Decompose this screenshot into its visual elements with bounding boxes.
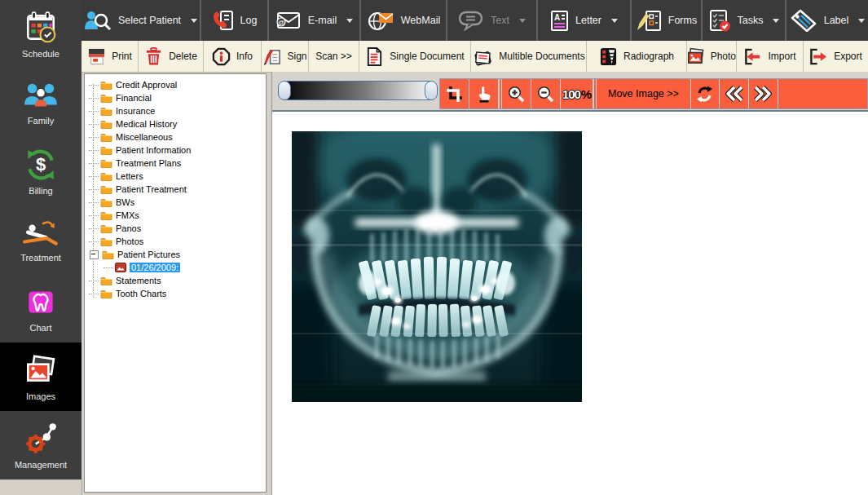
tree-item-folder[interactable]: Credit Approval bbox=[85, 78, 266, 91]
scan-button[interactable]: Scan >> bbox=[309, 41, 359, 72]
tree-item-label: Patient Treatment bbox=[116, 184, 187, 194]
folder-icon bbox=[100, 119, 112, 129]
xray-image[interactable] bbox=[292, 131, 582, 402]
zoom-out-button[interactable] bbox=[531, 79, 561, 108]
folder-icon bbox=[100, 184, 112, 194]
multiple-documents-button[interactable]: Multible Documents bbox=[471, 41, 587, 72]
refresh-rotate-button[interactable] bbox=[690, 79, 720, 108]
sidebar: Schedule Family $ Billing Treatment bbox=[0, 0, 82, 481]
image-canvas[interactable] bbox=[272, 110, 868, 495]
tree-item-folder[interactable]: Patient Information bbox=[85, 144, 266, 157]
folder-icon bbox=[100, 223, 112, 233]
button-label: Multible Documents bbox=[499, 51, 584, 62]
globe-mail-icon bbox=[367, 11, 394, 31]
expander-minus-icon[interactable] bbox=[90, 250, 99, 259]
single-document-icon bbox=[365, 47, 384, 66]
forms-button[interactable]: Forms bbox=[632, 0, 703, 41]
sidebar-item-images[interactable]: Images bbox=[0, 343, 82, 411]
folder-icon bbox=[100, 276, 112, 285]
photo-icon bbox=[687, 47, 705, 65]
tree-item-label: Treatment Plans bbox=[116, 158, 181, 168]
button-label: Tasks bbox=[738, 15, 764, 26]
sidebar-item-family[interactable]: Family bbox=[0, 69, 82, 137]
tasks-button[interactable]: Tasks bbox=[703, 0, 786, 41]
zoom-in-button[interactable] bbox=[502, 79, 531, 108]
sidebar-item-label: Images bbox=[26, 391, 55, 401]
folder-icon bbox=[102, 250, 114, 259]
tree-item-folder[interactable]: BWs bbox=[85, 196, 266, 209]
move-image-button[interactable]: Move Image >> bbox=[597, 88, 690, 99]
label-button[interactable]: Label bbox=[786, 0, 868, 41]
delete-button[interactable]: Delete bbox=[139, 41, 204, 72]
tree-connector bbox=[89, 202, 99, 203]
phone-log-icon bbox=[212, 10, 234, 31]
letter-button[interactable]: A Letter bbox=[538, 0, 632, 41]
tree-item-label: Insurance bbox=[116, 106, 155, 116]
sidebar-item-treatment[interactable]: Treatment bbox=[0, 206, 82, 274]
gear-network-icon bbox=[23, 421, 59, 457]
tree-item-label: Tooth Charts bbox=[116, 289, 166, 298]
tree-item-label: Patient Information bbox=[116, 145, 191, 155]
patient-search-icon bbox=[84, 10, 112, 31]
single-document-button[interactable]: Single Document bbox=[359, 41, 471, 72]
tree-item-folder[interactable]: Tooth Charts bbox=[85, 287, 266, 300]
sidebar-item-management[interactable]: Management bbox=[0, 411, 82, 480]
tree-connector bbox=[89, 294, 99, 294]
tree-item-folder[interactable]: FMXs bbox=[85, 209, 266, 222]
slider-thumb-right[interactable] bbox=[425, 81, 438, 100]
hand-pan-button[interactable] bbox=[469, 79, 499, 108]
webmail-button[interactable]: WebMail bbox=[361, 0, 447, 41]
tree-item-folder[interactable]: Photos bbox=[85, 235, 266, 248]
brightness-slider[interactable] bbox=[278, 81, 438, 100]
tree-connector bbox=[89, 163, 99, 164]
select-patient-button[interactable]: Select Patient bbox=[82, 0, 201, 41]
folder-icon bbox=[100, 93, 112, 103]
zoom-level-button[interactable]: 100 % bbox=[561, 79, 593, 108]
folder-icon bbox=[100, 197, 112, 207]
button-label: Label bbox=[824, 15, 849, 26]
tree-item-folder[interactable]: Panos bbox=[85, 222, 266, 235]
viewer-chrome: 100 % Move Image >> bbox=[272, 72, 868, 110]
tree-item-folder[interactable]: Financial bbox=[85, 91, 266, 104]
tree-item-folder[interactable]: Patient Treatment bbox=[85, 183, 266, 196]
chevron-down-icon bbox=[773, 19, 779, 23]
redo-button[interactable] bbox=[749, 79, 778, 108]
tree-item-folder[interactable]: Letters bbox=[85, 170, 266, 183]
sidebar-item-label: Billing bbox=[29, 186, 52, 196]
sign-button[interactable]: Sign bbox=[262, 41, 309, 72]
slider-thumb-left[interactable] bbox=[278, 81, 291, 100]
tree-item-folder[interactable]: Insurance bbox=[85, 104, 266, 117]
info-button[interactable]: Info bbox=[204, 41, 262, 72]
radiograph-button[interactable]: Radiograph bbox=[587, 41, 687, 72]
email-button[interactable]: @ E-mail bbox=[269, 0, 361, 41]
crop-button[interactable] bbox=[440, 79, 469, 108]
log-button[interactable]: Log bbox=[201, 0, 269, 41]
zoom-unit: % bbox=[581, 87, 591, 101]
tree-item-folder[interactable]: Statements bbox=[85, 274, 266, 287]
tree-item-folder-expanded[interactable]: Patient Pictures bbox=[85, 248, 266, 261]
tree-item-label: Letters bbox=[116, 171, 143, 181]
tree-item-folder[interactable]: Treatment Plans bbox=[85, 157, 266, 170]
photo-button[interactable]: Photo bbox=[687, 41, 737, 72]
print-button[interactable]: Print bbox=[82, 41, 139, 72]
tree-item-folder[interactable]: Miscellaneous bbox=[85, 130, 266, 144]
implant-radiograph-icon bbox=[599, 47, 618, 66]
sidebar-item-chart[interactable]: Chart bbox=[0, 274, 82, 343]
button-label: Print bbox=[112, 51, 132, 62]
export-button[interactable]: Export bbox=[804, 41, 868, 72]
tree-item-label: Statements bbox=[116, 276, 161, 285]
button-label: Single Document bbox=[390, 51, 464, 62]
tree-connector bbox=[89, 150, 99, 151]
sidebar-item-schedule[interactable]: Schedule bbox=[0, 0, 82, 69]
button-label: E-mail bbox=[308, 15, 337, 26]
speech-bubble-icon bbox=[458, 11, 484, 31]
tree-item-folder[interactable]: Medical History bbox=[85, 117, 266, 130]
tree-item-label: 01/26/2009: bbox=[130, 263, 180, 272]
undo-button[interactable] bbox=[720, 79, 749, 108]
import-button[interactable]: Import bbox=[737, 41, 804, 72]
redo-arrow-icon bbox=[754, 86, 773, 102]
sidebar-item-billing[interactable]: $ Billing bbox=[0, 137, 82, 206]
tree-item-label: Panos bbox=[116, 223, 141, 233]
tree-item-image-selected[interactable]: 01/26/2009: bbox=[85, 261, 266, 274]
text-button[interactable]: Text bbox=[447, 0, 538, 41]
